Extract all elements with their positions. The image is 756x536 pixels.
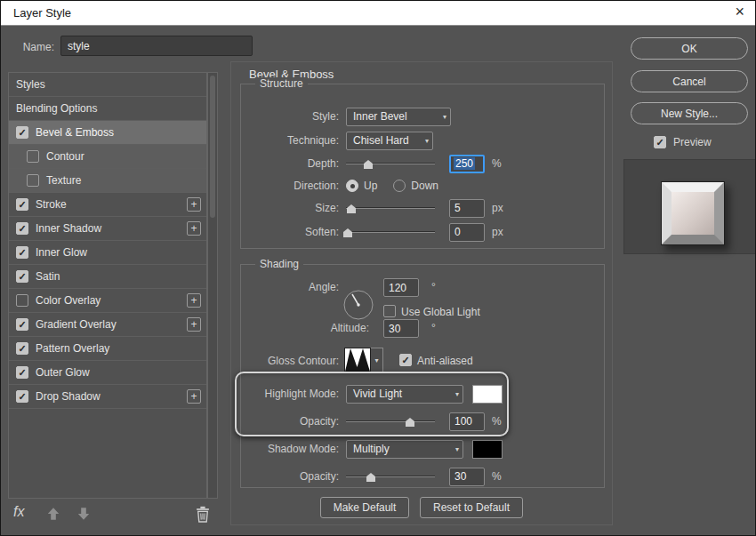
checkbox-unchecked-icon[interactable] xyxy=(27,150,39,163)
sidebar-footer: fx xyxy=(1,502,223,529)
depth-label: Depth: xyxy=(248,157,339,170)
slider-track xyxy=(346,231,435,233)
shading-group: Shading Angle: 120 ° Use Global Light Al… xyxy=(240,264,605,488)
move-effect-down-icon[interactable] xyxy=(76,506,92,522)
preview-checkbox[interactable]: ✓ xyxy=(654,136,666,148)
plus-icon[interactable]: + xyxy=(187,221,201,236)
slider-thumb[interactable] xyxy=(364,160,373,169)
depth-row: Depth: 250 % xyxy=(248,154,600,173)
shadow-opacity-slider[interactable] xyxy=(346,470,435,483)
name-value: style xyxy=(68,40,90,52)
soften-value: 0 xyxy=(454,226,461,238)
angle-input[interactable]: 120 xyxy=(383,278,419,297)
name-input[interactable]: style xyxy=(60,36,253,56)
checkbox-checked-icon[interactable]: ✓ xyxy=(16,366,28,379)
style-row: Style: Inner Bevel ▾ xyxy=(248,107,600,126)
highlight-opacity-slider[interactable] xyxy=(346,415,435,428)
highlight-opacity-label: Opacity: xyxy=(248,415,339,428)
shadow-color-swatch[interactable] xyxy=(472,440,503,459)
size-slider[interactable] xyxy=(346,202,435,214)
sidebar-item-satin[interactable]: ✓ Satin xyxy=(9,265,206,289)
move-effect-up-icon[interactable] xyxy=(45,506,61,522)
size-row: Size: 5 px xyxy=(248,198,600,218)
gloss-contour-thumbnail[interactable] xyxy=(344,348,371,372)
ok-button[interactable]: OK xyxy=(631,37,748,60)
soften-slider[interactable] xyxy=(346,226,435,238)
anti-aliased-label: Anti-aliased xyxy=(417,355,473,367)
title-bar[interactable]: Layer Style × xyxy=(1,1,755,26)
highlight-color-swatch[interactable] xyxy=(472,385,503,404)
name-label: Name: xyxy=(8,41,54,53)
highlight-opacity-input[interactable]: 100 xyxy=(449,412,485,431)
sidebar-item-label: Drop Shadow xyxy=(36,390,101,403)
sidebar-item-contour[interactable]: Contour xyxy=(9,145,206,169)
size-input[interactable]: 5 xyxy=(449,199,485,218)
sidebar-item-label: Inner Shadow xyxy=(36,222,101,235)
sidebar-item-drop-shadow[interactable]: ✓ Drop Shadow + xyxy=(9,385,206,409)
plus-icon[interactable]: + xyxy=(187,293,201,308)
sidebar-item-texture[interactable]: Texture xyxy=(9,169,206,193)
gloss-contour-picker[interactable]: ▾ xyxy=(371,348,383,372)
checkbox-checked-icon[interactable]: ✓ xyxy=(16,270,28,283)
fx-icon[interactable]: fx xyxy=(13,504,24,520)
sidebar-item-styles[interactable]: Styles xyxy=(9,73,206,97)
shadow-opacity-value: 30 xyxy=(454,470,466,483)
sidebar-item-gradient-overlay[interactable]: ✓ Gradient Overlay + xyxy=(9,313,206,337)
checkbox-unchecked-icon[interactable] xyxy=(16,294,28,307)
sidebar-item-inner-shadow[interactable]: ✓ Inner Shadow + xyxy=(9,217,206,241)
use-global-light-checkbox[interactable] xyxy=(383,305,396,317)
scrollbar-thumb[interactable] xyxy=(210,76,215,218)
delete-effect-trash-icon[interactable] xyxy=(195,506,211,522)
checkbox-checked-icon[interactable]: ✓ xyxy=(16,342,28,355)
checkbox-checked-icon[interactable]: ✓ xyxy=(16,318,28,331)
direction-up-radio[interactable] xyxy=(346,180,358,192)
checkbox-unchecked-icon[interactable] xyxy=(27,174,39,187)
slider-thumb[interactable] xyxy=(406,418,414,427)
depth-slider[interactable] xyxy=(346,157,435,170)
sidebar-item-bevel-and-emboss[interactable]: ✓ Bevel & Emboss xyxy=(9,121,206,145)
depth-input[interactable]: 250 xyxy=(449,155,485,173)
shadow-mode-label: Shadow Mode: xyxy=(248,443,339,455)
sidebar-item-color-overlay[interactable]: Color Overlay + xyxy=(9,289,206,313)
slider-thumb[interactable] xyxy=(366,473,375,482)
plus-icon[interactable]: + xyxy=(187,197,201,212)
sidebar-item-label: Styles xyxy=(16,78,45,91)
soften-input[interactable]: 0 xyxy=(449,223,485,242)
checkbox-checked-icon[interactable]: ✓ xyxy=(16,222,28,235)
sidebar-item-stroke[interactable]: ✓ Stroke + xyxy=(9,193,206,217)
style-dropdown[interactable]: Inner Bevel ▾ xyxy=(346,108,451,126)
slider-thumb[interactable] xyxy=(343,228,352,237)
new-style-button[interactable]: New Style... xyxy=(631,102,748,124)
sidebar-item-label: Blending Options xyxy=(16,102,97,115)
altitude-input[interactable]: 30 xyxy=(383,319,419,338)
sidebar-item-outer-glow[interactable]: ✓ Outer Glow xyxy=(9,361,206,385)
sidebar-item-blending-options[interactable]: Blending Options xyxy=(9,97,206,121)
technique-dropdown[interactable]: Chisel Hard ▾ xyxy=(346,132,433,150)
styles-list-scrollbar[interactable] xyxy=(207,72,218,499)
reset-to-default-button[interactable]: Reset to Default xyxy=(420,497,523,518)
anti-aliased-checkbox[interactable]: ✓ xyxy=(399,354,412,366)
shadow-opacity-input[interactable]: 30 xyxy=(449,468,485,486)
highlight-mode-row: Highlight Mode: Vivid Light ▾ xyxy=(248,384,600,404)
technique-dropdown-value: Chisel Hard xyxy=(353,134,409,147)
make-default-button[interactable]: Make Default xyxy=(320,497,409,518)
cancel-button[interactable]: Cancel xyxy=(631,70,748,92)
checkbox-checked-icon[interactable]: ✓ xyxy=(16,246,28,259)
direction-up-label: Up xyxy=(364,180,377,192)
slider-thumb[interactable] xyxy=(347,204,356,213)
angle-dial[interactable] xyxy=(342,288,375,324)
sidebar-item-label: Stroke xyxy=(36,198,67,211)
checkbox-checked-icon[interactable]: ✓ xyxy=(16,390,28,403)
direction-down-radio[interactable] xyxy=(393,180,406,192)
checkbox-checked-icon[interactable]: ✓ xyxy=(16,126,28,139)
sidebar-item-pattern-overlay[interactable]: ✓ Pattern Overlay xyxy=(9,337,206,361)
close-icon[interactable]: × xyxy=(735,3,744,21)
dialog-title: Layer Style xyxy=(13,6,71,20)
plus-icon[interactable]: + xyxy=(187,389,201,404)
shadow-mode-dropdown[interactable]: Multiply ▾ xyxy=(346,440,463,459)
plus-icon[interactable]: + xyxy=(187,317,201,332)
sidebar-item-inner-glow[interactable]: ✓ Inner Glow xyxy=(9,241,206,265)
highlight-mode-dropdown[interactable]: Vivid Light ▾ xyxy=(346,385,463,404)
checkbox-checked-icon[interactable]: ✓ xyxy=(16,198,28,211)
chevron-down-icon: ▾ xyxy=(443,113,446,121)
